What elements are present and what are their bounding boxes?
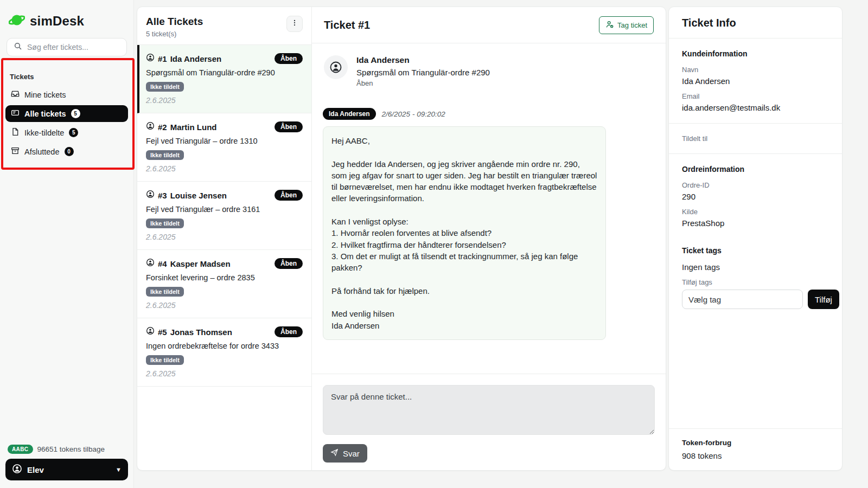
order-info-section: Ordreinformation Ordre-ID 290 Kilde Pres… (669, 154, 842, 228)
reply-textarea[interactable] (323, 385, 655, 435)
ticket-list-item-1[interactable]: #1 Ida Andersen Åben Spørgsmål om Triang… (137, 45, 311, 113)
name-value: Ida Andersen (682, 76, 829, 86)
order-info-heading: Ordreinformation (682, 165, 829, 174)
message: Ida Andersen 2/6/2025 - 09:20:02 Hej AAB… (323, 108, 655, 340)
sidebar-item-ikke-tildelte[interactable]: Ikke-tildelte 5 (5, 124, 128, 141)
status-badge: Åben (275, 190, 303, 201)
ticket-list-header: Alle Tickets 5 ticket(s) (137, 7, 311, 45)
search-icon (14, 42, 22, 53)
app-root: simDesk Tickets Mine tickets Alle ticket… (0, 0, 868, 488)
search-input[interactable] (27, 43, 120, 52)
status-badge: Åben (275, 121, 303, 132)
customer-info-section: Kundeinformation Navn Ida Andersen Email… (669, 38, 842, 124)
message-timestamp: 2/6/2025 - 09:20:02 (382, 110, 445, 118)
sidebar-item-mine-tickets[interactable]: Mine tickets (5, 86, 128, 103)
add-tags-label: Tilføj tags (682, 278, 829, 286)
ticket-info-panel: Ticket Info Kundeinformation Navn Ida An… (668, 7, 843, 471)
message-body: Hej AABC, Jeg hedder Ida Andersen, og je… (323, 126, 606, 340)
take-ticket-button[interactable]: Tag ticket (599, 16, 654, 34)
status-badge: Åben (275, 326, 303, 337)
sidebar-item-label: Mine tickets (24, 91, 66, 99)
conversation-status: Åben (356, 79, 490, 87)
user-menu-button[interactable]: Elev ▼ (5, 459, 128, 480)
brand-logo-row: simDesk (5, 9, 128, 38)
ticket-date: 2.6.2025 (146, 164, 303, 173)
ticket-subject: Fejl ved Triangulär – ordre 1310 (146, 137, 303, 145)
brand-name: simDesk (30, 14, 84, 29)
ticket-list-item-2[interactable]: #2 Martin Lund Åben Fejl ved Triangulär … (137, 113, 311, 182)
person-icon (146, 53, 155, 64)
alle-tickets-count-badge: 5 (71, 109, 80, 118)
chevron-down-icon: ▼ (116, 466, 122, 473)
email-value: ida.andersen@testmails.dk (682, 103, 829, 112)
assignment-badge: Ikke tildelt (146, 219, 184, 228)
name-label: Navn (682, 66, 829, 74)
planet-logo-icon (9, 12, 25, 30)
sidebar-item-afsluttede[interactable]: Afsluttede 0 (5, 143, 128, 160)
reply-section: Svar (312, 374, 666, 470)
ticket-customer: Jonas Thomsen (170, 328, 232, 337)
user-menu-label: Elev (27, 465, 44, 474)
order-id-label: Ordre-ID (682, 181, 829, 189)
email-label: Email (682, 92, 829, 100)
conversation-header: Ticket #1 Tag ticket (312, 7, 666, 43)
customer-summary: Ida Andersen Spørgsmål om Triangulär-ord… (323, 55, 655, 87)
status-badge: Åben (275, 258, 303, 269)
sidebar-item-label: Ikke-tildelte (24, 129, 64, 137)
ticket-id: #3 (158, 191, 167, 200)
assignment-badge: Ikke tildelt (146, 82, 184, 92)
team-badge: AABC (8, 445, 33, 454)
afsluttede-count-badge: 0 (65, 147, 74, 156)
token-usage-section: Token-forbrug 908 tokens (669, 428, 842, 470)
list-options-button[interactable] (286, 16, 303, 32)
ticket-info-title: Ticket Info (682, 17, 829, 29)
ticket-date: 2.6.2025 (146, 96, 303, 105)
reply-button[interactable]: Svar (323, 444, 367, 463)
sidebar-item-label: Alle tickets (24, 110, 66, 118)
ticket-id: #2 (158, 123, 167, 132)
ticket-count: 5 ticket(s) (146, 30, 203, 38)
ticket-list-item-3[interactable]: #3 Louise Jensen Åben Fejl ved Triangulæ… (137, 182, 311, 250)
send-icon (330, 448, 339, 458)
tags-empty-text: Ingen tags (682, 262, 829, 272)
message-author-badge: Ida Andersen (323, 108, 376, 120)
ticket-date: 2.6.2025 (146, 301, 303, 310)
ticket-date: 2.6.2025 (146, 233, 303, 241)
conversation-subject: Spørgsmål om Triangulär-ordre #290 (356, 68, 490, 77)
person-icon (146, 190, 155, 201)
ticket-customer: Kasper Madsen (170, 259, 231, 268)
sidebar-nav: Mine tickets Alle tickets 5 Ikke-tildelt… (5, 86, 128, 160)
ticket-title: Ticket #1 (324, 19, 370, 31)
token-remaining-row: AABC 96651 tokens tilbage (5, 445, 128, 459)
person-check-icon (605, 20, 614, 30)
sidebar: simDesk Tickets Mine tickets Alle ticket… (0, 0, 134, 488)
sidebar-item-label: Afsluttede (24, 147, 60, 156)
add-tag-button[interactable]: Tilføj (808, 290, 839, 309)
tokens-remaining-text: 96651 tokens tilbage (37, 445, 105, 453)
ticket-customer: Louise Jensen (170, 191, 227, 200)
ticket-list-item-5[interactable]: #5 Jonas Thomsen Åben Ingen ordrebekræft… (137, 318, 311, 387)
customer-name: Ida Andersen (356, 55, 490, 65)
archive-icon (11, 146, 20, 157)
ticket-customer: Martin Lund (170, 123, 217, 132)
source-value: PrestaShop (682, 219, 829, 228)
assigned-label: Tildelt til (682, 134, 829, 143)
ticket-id: #4 (158, 259, 167, 268)
person-icon (146, 258, 155, 269)
ticket-list-item-4[interactable]: #4 Kasper Madsen Åben Forsinket levering… (137, 250, 311, 318)
ticket-id: #5 (158, 328, 167, 337)
take-ticket-label: Tag ticket (617, 21, 647, 29)
kebab-menu-icon (291, 19, 298, 29)
ticket-search[interactable] (7, 38, 127, 56)
tags-section: Ticket tags Ingen tags Tilføj tags Tilfø… (669, 228, 842, 309)
tag-select-input[interactable] (682, 290, 803, 309)
customer-info-heading: Kundeinformation (682, 49, 829, 58)
document-icon (11, 127, 20, 138)
ikke-tildelte-count-badge: 5 (69, 128, 78, 137)
avatar (324, 55, 348, 79)
assignment-badge: Ikke tildelt (146, 355, 184, 365)
sidebar-item-alle-tickets[interactable]: Alle tickets 5 (5, 105, 128, 122)
person-icon (146, 326, 155, 337)
ticket-id: #1 (158, 54, 167, 63)
tickets-section-title: Tickets (5, 70, 128, 86)
